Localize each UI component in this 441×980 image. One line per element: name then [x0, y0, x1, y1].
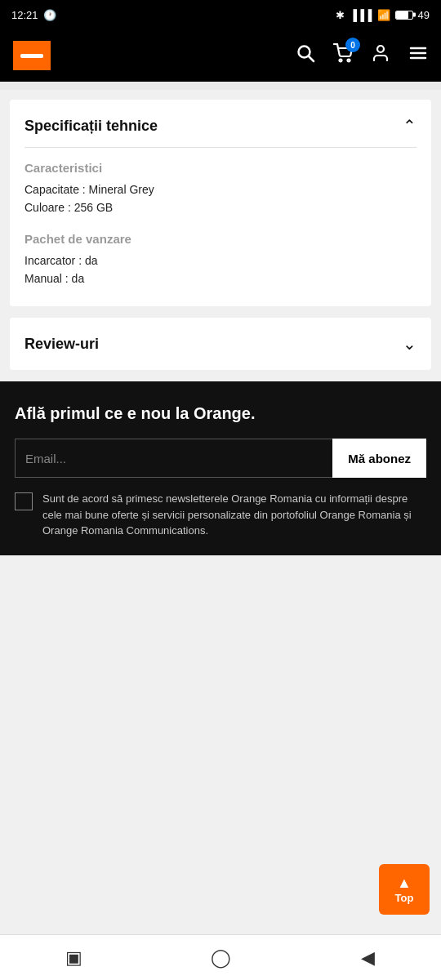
header-icons: 0: [296, 43, 428, 68]
consent-row: Sunt de acord să primesc newsletterele O…: [15, 491, 426, 539]
battery-icon: [395, 11, 413, 20]
content-area: Specificații tehnice ⌃ Caracteristici Ca…: [0, 90, 441, 370]
specs-title: Specificații tehnice: [24, 118, 158, 135]
back-icon: ◀: [361, 947, 375, 969]
reviews-chevron-down-icon: ⌄: [403, 334, 416, 354]
circle-icon: ◯: [211, 947, 231, 969]
status-bar: 12:21 🕐 ✱ ▐▐▐ 📶 49: [0, 0, 441, 29]
nav-square-button[interactable]: ▣: [53, 938, 94, 978]
svg-line-1: [309, 56, 314, 61]
orange-logo[interactable]: [13, 41, 51, 70]
alarm-icon: 🕐: [43, 9, 56, 21]
bottom-nav-bar: ▣ ◯ ◀: [0, 934, 441, 980]
search-button[interactable]: [296, 43, 315, 68]
section-divider: [0, 82, 441, 90]
cart-badge: 0: [345, 38, 360, 52]
spec-row-incarcator: Incarcator : da: [24, 254, 416, 267]
cart-button[interactable]: 0: [333, 43, 353, 68]
battery-fill: [396, 11, 408, 19]
reviews-title: Review-uri: [24, 336, 99, 353]
footer-newsletter: Află primul ce e nou la Orange. Mă abone…: [0, 381, 441, 555]
specs-divider: [24, 147, 416, 148]
consent-text: Sunt de acord să primesc newsletterele O…: [42, 491, 426, 539]
nav-back-button[interactable]: ◀: [347, 938, 388, 978]
nav-home-button[interactable]: ◯: [200, 938, 241, 978]
back-to-top-button[interactable]: ▲ Top: [379, 864, 430, 915]
menu-button[interactable]: [408, 43, 428, 68]
email-input[interactable]: [15, 439, 332, 478]
specs-card-header[interactable]: Specificații tehnice ⌃: [24, 116, 416, 136]
svg-point-2: [340, 60, 342, 62]
battery-percent: 49: [418, 9, 430, 21]
top-label: Top: [395, 892, 414, 904]
signal-icon: ▐▐▐: [350, 9, 372, 21]
svg-point-3: [348, 60, 350, 62]
specs-card: Specificații tehnice ⌃ Caracteristici Ca…: [10, 100, 431, 306]
status-time: 12:21: [11, 9, 38, 21]
profile-button[interactable]: [371, 43, 390, 68]
header: 0: [0, 29, 441, 82]
newsletter-row: Mă abonez: [15, 439, 426, 478]
caracteristici-section-title: Caracteristici: [24, 161, 416, 175]
square-icon: ▣: [65, 947, 82, 969]
spec-row-culoare: Culoare : 256 GB: [24, 201, 416, 214]
spec-row-capacitate: Capacitate : Mineral Grey: [24, 183, 416, 196]
spec-row-manual: Manual : da: [24, 272, 416, 285]
status-right: ✱ ▐▐▐ 📶 49: [336, 9, 430, 21]
subscribe-button[interactable]: Mă abonez: [332, 439, 426, 478]
bluetooth-icon: ✱: [336, 9, 345, 21]
status-left: 12:21 🕐: [11, 9, 56, 21]
pachet-section-title: Pachet de vanzare: [24, 232, 416, 246]
consent-checkbox[interactable]: [15, 492, 33, 510]
top-arrow-icon: ▲: [397, 875, 412, 890]
footer-title: Află primul ce e nou la Orange.: [15, 403, 426, 424]
specs-chevron-up-icon: ⌃: [403, 116, 416, 136]
reviews-card: Review-uri ⌄: [10, 318, 431, 370]
wifi-icon: 📶: [377, 9, 390, 21]
svg-point-4: [377, 46, 384, 52]
logo-line: [20, 54, 43, 58]
reviews-card-header[interactable]: Review-uri ⌄: [24, 334, 416, 354]
section-gap-1: [24, 219, 416, 232]
